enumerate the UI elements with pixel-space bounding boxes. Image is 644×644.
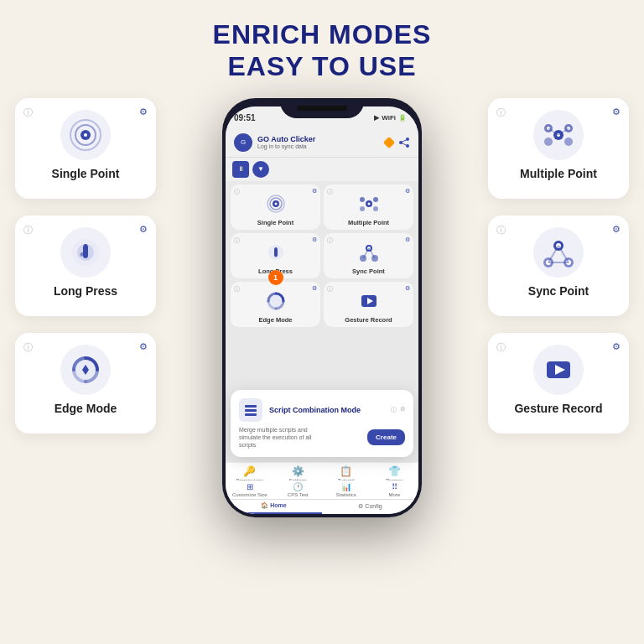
share-icon bbox=[398, 138, 410, 148]
long-press-svg bbox=[67, 234, 104, 271]
svg-rect-55 bbox=[245, 413, 257, 416]
svg-point-14 bbox=[564, 138, 573, 146]
multiple-point-svg bbox=[540, 117, 577, 153]
app-header: G GO Auto Clicker Log in to sync data bbox=[226, 130, 418, 158]
nav-more[interactable]: ⠿ More bbox=[371, 482, 419, 497]
phone-long-press[interactable]: ⓘ ⚙ Long Press 1 bbox=[231, 233, 320, 278]
phone-gesture-record[interactable]: ⓘ ⚙ Gesture Record bbox=[324, 282, 413, 327]
info-icon: ⓘ bbox=[327, 285, 333, 293]
phone-multiple-point[interactable]: ⓘ ⚙ Multiple Point bbox=[324, 184, 413, 230]
settings-icon[interactable]: ⚙ bbox=[405, 236, 410, 243]
create-button[interactable]: Create bbox=[367, 429, 405, 445]
settings-icon[interactable]: ⚙ bbox=[405, 285, 410, 292]
svg-point-42 bbox=[373, 206, 378, 211]
single-point-label: Single Point bbox=[52, 167, 120, 180]
info-icon: ⓘ bbox=[496, 224, 506, 236]
info-icon: ⓘ bbox=[327, 236, 333, 245]
status-time: 09:51 bbox=[234, 113, 256, 122]
settings-icon[interactable]: ⚙ bbox=[312, 285, 317, 292]
tab-config[interactable]: ⚙ Config bbox=[322, 500, 418, 514]
gear-icon[interactable]: ⚙ bbox=[400, 406, 405, 414]
diamond-icon bbox=[383, 137, 395, 148]
info-icon: ⓘ bbox=[234, 188, 240, 196]
info-icon: ⓘ bbox=[23, 106, 33, 119]
phone-single-point[interactable]: ⓘ ⚙ Single Point bbox=[231, 184, 320, 230]
phone-gesture-label: Gesture Record bbox=[329, 316, 408, 324]
info-icon: ⓘ bbox=[234, 236, 240, 245]
edge-mode-label: Edge Mode bbox=[55, 402, 117, 415]
script-combination-popup: Script Combination Mode ⓘ ⚙ Merge multip… bbox=[231, 390, 413, 457]
popup-title: Script Combination Mode bbox=[269, 406, 384, 414]
gear-icon[interactable]: ⚙ bbox=[612, 341, 621, 352]
phone-single-point-icon bbox=[263, 191, 288, 216]
settings-icon[interactable]: ⚙ bbox=[312, 188, 317, 195]
svg-rect-53 bbox=[245, 405, 257, 408]
popup-desc: Merge multiple scripts and simulate the … bbox=[239, 426, 323, 449]
info-icon: ⓘ bbox=[23, 341, 33, 354]
nav-customize[interactable]: ⊞ Customize Size bbox=[226, 482, 274, 497]
phone-multiple-icon bbox=[356, 191, 382, 216]
card-long-press[interactable]: ⓘ ⚙ Long Press bbox=[15, 216, 156, 316]
svg-line-24 bbox=[558, 246, 569, 262]
long-press-icon-area bbox=[60, 227, 111, 278]
info-icon: ⓘ bbox=[23, 224, 33, 236]
svg-point-39 bbox=[360, 197, 365, 202]
gear-icon[interactable]: ⚙ bbox=[139, 106, 148, 117]
nav-cps-test[interactable]: 🕐 CPS Test bbox=[274, 482, 323, 497]
card-multiple-point[interactable]: ⓘ ⚙ Multiple Point bbox=[488, 98, 629, 199]
main-layout: ⓘ ⚙ Single Point ⓘ ⚙ Long Press bbox=[0, 90, 644, 644]
popup-header: Script Combination Mode ⓘ ⚙ bbox=[239, 398, 405, 422]
phone-multi-label: Multiple Point bbox=[329, 219, 408, 226]
app-icon: G bbox=[234, 133, 252, 152]
svg-point-3 bbox=[84, 133, 87, 137]
app-name: GO Auto Clicker bbox=[257, 135, 385, 143]
svg-rect-54 bbox=[245, 409, 257, 412]
settings-icon[interactable]: ⚙ bbox=[312, 236, 317, 243]
nav-statistics[interactable]: 📊 Statistics bbox=[322, 482, 371, 497]
phone-edge-mode[interactable]: ⓘ ⚙ Edge Mode bbox=[231, 282, 320, 327]
phone-controls: ⏸ ▼ bbox=[226, 158, 418, 181]
card-edge-mode[interactable]: ⓘ ⚙ Edge Mode bbox=[15, 333, 156, 434]
svg-line-23 bbox=[548, 246, 558, 262]
single-point-icon-area bbox=[60, 110, 111, 160]
phone-screen: 09:51 ▶ WiFi 🔋 G GO Auto Clicker Log in … bbox=[226, 106, 418, 514]
header-icons bbox=[385, 138, 410, 148]
gear-icon[interactable]: ⚙ bbox=[139, 224, 148, 235]
phone-edge-icon bbox=[263, 288, 288, 314]
edge-mode-svg bbox=[67, 351, 104, 388]
sync-point-icon-area bbox=[533, 227, 584, 278]
card-single-point[interactable]: ⓘ ⚙ Single Point bbox=[15, 98, 156, 199]
scroll-down-button[interactable]: ▼ bbox=[252, 161, 269, 178]
svg-line-32 bbox=[401, 143, 408, 146]
popup-body: Merge multiple scripts and simulate the … bbox=[239, 426, 405, 449]
page-title: ENRICH MODES EASY TO USE bbox=[0, 0, 644, 83]
svg-line-31 bbox=[401, 139, 408, 143]
phone-long-press-icon bbox=[263, 240, 288, 265]
phone-device: 09:51 ▶ WiFi 🔋 G GO Auto Clicker Log in … bbox=[222, 98, 422, 517]
notch-bar bbox=[297, 106, 347, 111]
tab-home[interactable]: 🏠 Home bbox=[226, 500, 322, 514]
gear-icon[interactable]: ⚙ bbox=[139, 341, 148, 352]
info-icon: ⓘ bbox=[496, 106, 506, 119]
phone-sync-point[interactable]: ⓘ ⚙ Sync Point bbox=[324, 233, 413, 278]
info-icon: ⓘ bbox=[327, 188, 333, 196]
mode-grid: ⓘ ⚙ Single Point ⓘ ⚙ bbox=[226, 181, 418, 330]
gesture-record-svg bbox=[540, 351, 577, 388]
gear-icon[interactable]: ⚙ bbox=[612, 106, 621, 117]
gesture-record-icon-area bbox=[533, 345, 584, 395]
settings-icon[interactable]: ⚙ bbox=[405, 188, 410, 195]
status-icons: ▶ WiFi 🔋 bbox=[374, 114, 407, 122]
info-icon: ⓘ bbox=[234, 285, 240, 293]
gear-icon[interactable]: ⚙ bbox=[612, 224, 621, 235]
svg-point-13 bbox=[544, 138, 553, 146]
pause-button[interactable]: ⏸ bbox=[232, 161, 249, 178]
phone-single-label: Single Point bbox=[236, 219, 315, 226]
card-gesture-record[interactable]: ⓘ ⚙ Gesture Record bbox=[488, 333, 629, 434]
tab-bar: 🏠 Home ⚙ Config bbox=[226, 499, 418, 514]
card-sync-point[interactable]: ⓘ ⚙ Sync Point bbox=[488, 216, 629, 316]
badge: 1 bbox=[268, 270, 283, 285]
title-line1: ENRICH MODES bbox=[0, 18, 644, 50]
gesture-record-label: Gesture Record bbox=[514, 402, 602, 415]
title-line2: EASY TO USE bbox=[0, 50, 644, 82]
multiple-point-label: Multiple Point bbox=[520, 167, 597, 180]
